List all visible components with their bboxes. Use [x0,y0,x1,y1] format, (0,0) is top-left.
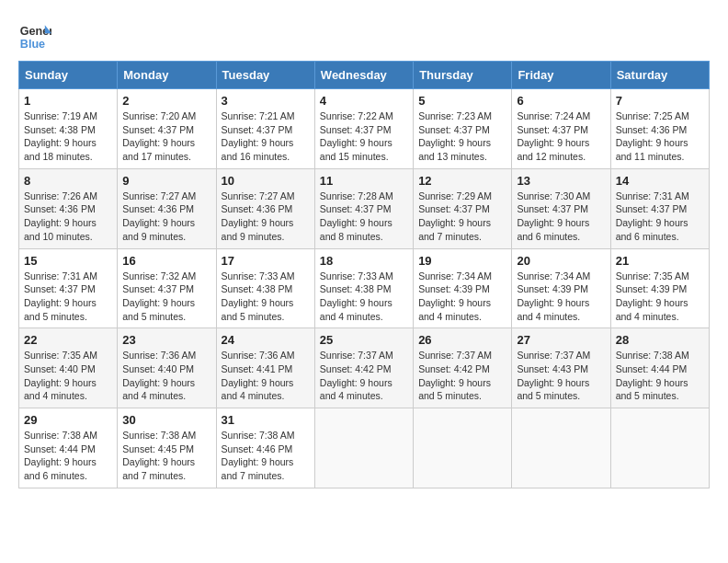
day-info: Sunrise: 7:30 AM Sunset: 4:37 PM Dayligh… [517,190,605,244]
day-number: 23 [122,333,210,347]
day-number: 16 [122,254,210,268]
day-info: Sunrise: 7:37 AM Sunset: 4:43 PM Dayligh… [517,349,605,403]
calendar-week-row: 29 Sunrise: 7:38 AM Sunset: 4:44 PM Dayl… [19,408,710,488]
day-info: Sunrise: 7:27 AM Sunset: 4:36 PM Dayligh… [122,190,210,244]
calendar-cell: 1 Sunrise: 7:19 AM Sunset: 4:38 PM Dayli… [19,89,118,169]
calendar-cell: 4 Sunrise: 7:22 AM Sunset: 4:37 PM Dayli… [314,89,413,169]
calendar-cell: 13 Sunrise: 7:30 AM Sunset: 4:37 PM Dayl… [512,168,610,248]
calendar-cell: 27 Sunrise: 7:37 AM Sunset: 4:43 PM Dayl… [512,328,610,408]
day-info: Sunrise: 7:36 AM Sunset: 4:40 PM Dayligh… [122,349,210,403]
calendar-cell: 31 Sunrise: 7:38 AM Sunset: 4:46 PM Dayl… [216,408,314,488]
day-number: 22 [24,333,112,347]
day-info: Sunrise: 7:38 AM Sunset: 4:44 PM Dayligh… [616,349,704,403]
day-info: Sunrise: 7:38 AM Sunset: 4:45 PM Dayligh… [122,429,210,483]
weekday-header-thursday: Thursday [414,62,512,89]
calendar-cell: 24 Sunrise: 7:36 AM Sunset: 4:41 PM Dayl… [216,328,314,408]
logo: General Blue [18,18,55,52]
day-number: 3 [222,94,310,108]
day-number: 26 [418,333,506,347]
day-info: Sunrise: 7:29 AM Sunset: 4:37 PM Dayligh… [418,190,506,244]
day-number: 21 [616,254,704,268]
page-header: General Blue [18,18,710,52]
day-number: 4 [320,94,408,108]
day-number: 14 [616,174,704,188]
day-info: Sunrise: 7:33 AM Sunset: 4:38 PM Dayligh… [222,270,310,324]
calendar-cell: 10 Sunrise: 7:27 AM Sunset: 4:36 PM Dayl… [216,168,314,248]
day-info: Sunrise: 7:31 AM Sunset: 4:37 PM Dayligh… [24,270,112,324]
day-info: Sunrise: 7:38 AM Sunset: 4:44 PM Dayligh… [24,429,112,483]
day-number: 11 [320,174,408,188]
day-info: Sunrise: 7:36 AM Sunset: 4:41 PM Dayligh… [222,349,310,403]
calendar-cell: 25 Sunrise: 7:37 AM Sunset: 4:42 PM Dayl… [314,328,413,408]
logo-icon: General Blue [18,18,51,52]
calendar-table: SundayMondayTuesdayWednesdayThursdayFrid… [18,61,710,488]
calendar-cell: 21 Sunrise: 7:35 AM Sunset: 4:39 PM Dayl… [610,248,709,328]
day-info: Sunrise: 7:22 AM Sunset: 4:37 PM Dayligh… [320,109,408,164]
svg-text:Blue: Blue [20,38,45,51]
day-info: Sunrise: 7:26 AM Sunset: 4:36 PM Dayligh… [24,190,112,244]
day-number: 9 [122,174,210,188]
calendar-week-row: 15 Sunrise: 7:31 AM Sunset: 4:37 PM Dayl… [19,248,710,328]
calendar-cell: 8 Sunrise: 7:26 AM Sunset: 4:36 PM Dayli… [19,168,118,248]
day-info: Sunrise: 7:35 AM Sunset: 4:39 PM Dayligh… [616,270,704,324]
weekday-header-row: SundayMondayTuesdayWednesdayThursdayFrid… [19,62,710,89]
day-info: Sunrise: 7:34 AM Sunset: 4:39 PM Dayligh… [418,270,506,324]
day-info: Sunrise: 7:28 AM Sunset: 4:37 PM Dayligh… [320,190,408,244]
day-info: Sunrise: 7:37 AM Sunset: 4:42 PM Dayligh… [320,349,408,403]
day-number: 19 [418,254,506,268]
calendar-week-row: 1 Sunrise: 7:19 AM Sunset: 4:38 PM Dayli… [19,89,710,169]
day-number: 31 [222,413,310,427]
day-number: 27 [517,333,605,347]
weekday-header-wednesday: Wednesday [314,62,413,89]
weekday-header-friday: Friday [512,62,610,89]
weekday-header-monday: Monday [118,62,216,89]
day-number: 30 [122,413,210,427]
day-info: Sunrise: 7:33 AM Sunset: 4:38 PM Dayligh… [320,270,408,324]
day-number: 24 [222,333,310,347]
calendar-cell: 15 Sunrise: 7:31 AM Sunset: 4:37 PM Dayl… [19,248,118,328]
day-number: 7 [616,94,704,108]
calendar-cell: 3 Sunrise: 7:21 AM Sunset: 4:37 PM Dayli… [216,89,314,169]
calendar-cell: 6 Sunrise: 7:24 AM Sunset: 4:37 PM Dayli… [512,89,610,169]
day-number: 29 [24,413,112,427]
calendar-cell: 22 Sunrise: 7:35 AM Sunset: 4:40 PM Dayl… [19,328,118,408]
calendar-cell: 17 Sunrise: 7:33 AM Sunset: 4:38 PM Dayl… [216,248,314,328]
day-number: 18 [320,254,408,268]
calendar-cell: 28 Sunrise: 7:38 AM Sunset: 4:44 PM Dayl… [610,328,709,408]
weekday-header-tuesday: Tuesday [216,62,314,89]
day-number: 28 [616,333,704,347]
day-info: Sunrise: 7:38 AM Sunset: 4:46 PM Dayligh… [222,429,310,483]
day-info: Sunrise: 7:20 AM Sunset: 4:37 PM Dayligh… [122,109,210,164]
calendar-body: 1 Sunrise: 7:19 AM Sunset: 4:38 PM Dayli… [19,89,710,488]
day-number: 17 [222,254,310,268]
day-number: 2 [122,94,210,108]
day-info: Sunrise: 7:19 AM Sunset: 4:38 PM Dayligh… [24,109,112,164]
day-number: 6 [517,94,605,108]
weekday-header-sunday: Sunday [19,62,118,89]
calendar-cell: 12 Sunrise: 7:29 AM Sunset: 4:37 PM Dayl… [414,168,512,248]
calendar-cell: 19 Sunrise: 7:34 AM Sunset: 4:39 PM Dayl… [414,248,512,328]
day-number: 20 [517,254,605,268]
calendar-cell: 30 Sunrise: 7:38 AM Sunset: 4:45 PM Dayl… [118,408,216,488]
calendar-week-row: 8 Sunrise: 7:26 AM Sunset: 4:36 PM Dayli… [19,168,710,248]
calendar-cell [610,408,709,488]
day-number: 15 [24,254,112,268]
calendar-cell [314,408,413,488]
calendar-cell [414,408,512,488]
day-info: Sunrise: 7:31 AM Sunset: 4:37 PM Dayligh… [616,190,704,244]
day-info: Sunrise: 7:21 AM Sunset: 4:37 PM Dayligh… [222,109,310,164]
calendar-cell: 5 Sunrise: 7:23 AM Sunset: 4:37 PM Dayli… [414,89,512,169]
calendar-cell: 29 Sunrise: 7:38 AM Sunset: 4:44 PM Dayl… [19,408,118,488]
calendar-cell: 7 Sunrise: 7:25 AM Sunset: 4:36 PM Dayli… [610,89,709,169]
day-info: Sunrise: 7:34 AM Sunset: 4:39 PM Dayligh… [517,270,605,324]
day-number: 8 [24,174,112,188]
weekday-header-saturday: Saturday [610,62,709,89]
calendar-cell: 14 Sunrise: 7:31 AM Sunset: 4:37 PM Dayl… [610,168,709,248]
calendar-week-row: 22 Sunrise: 7:35 AM Sunset: 4:40 PM Dayl… [19,328,710,408]
day-number: 13 [517,174,605,188]
calendar-cell: 20 Sunrise: 7:34 AM Sunset: 4:39 PM Dayl… [512,248,610,328]
day-info: Sunrise: 7:35 AM Sunset: 4:40 PM Dayligh… [24,349,112,403]
day-number: 12 [418,174,506,188]
day-number: 10 [222,174,310,188]
calendar-cell: 23 Sunrise: 7:36 AM Sunset: 4:40 PM Dayl… [118,328,216,408]
